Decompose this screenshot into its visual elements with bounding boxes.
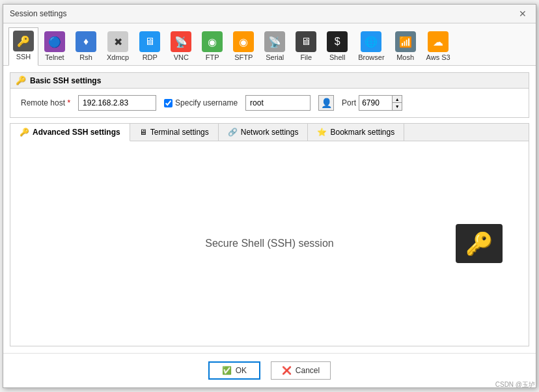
cancel-icon: ❌ bbox=[282, 366, 292, 375]
proto-label-mosh: Mosh bbox=[396, 53, 414, 61]
proto-label-vnc: VNC bbox=[174, 53, 189, 61]
proto-icon-serial: 📡 bbox=[264, 31, 285, 52]
tab-bookmark[interactable]: ⭐ Bookmark settings bbox=[308, 124, 404, 141]
proto-label-telnet: Telnet bbox=[45, 53, 64, 61]
proto-item-ssh[interactable]: 🔑 SSH bbox=[8, 27, 38, 66]
footer: ✅ OK ❌ Cancel bbox=[3, 353, 536, 387]
proto-icon-ftp: ◉ bbox=[202, 31, 223, 52]
proto-item-mosh[interactable]: 📶 Mosh bbox=[391, 28, 421, 65]
specify-username-checkbox[interactable] bbox=[164, 99, 173, 107]
tab-icon-bookmark: ⭐ bbox=[317, 128, 327, 137]
cancel-button[interactable]: ❌ Cancel bbox=[271, 361, 331, 380]
proto-icon-sftp: ◉ bbox=[233, 31, 254, 52]
person-icon: 👤 bbox=[321, 98, 332, 108]
proto-icon-file: 🖥 bbox=[296, 31, 316, 52]
port-spinner: ▲ ▼ bbox=[392, 96, 402, 110]
proto-label-serial: Serial bbox=[266, 53, 284, 61]
remote-host-input[interactable] bbox=[78, 95, 156, 111]
main-content: 🔑 Basic SSH settings Remote host * Speci… bbox=[3, 66, 536, 353]
tab-terminal[interactable]: 🖥 Terminal settings bbox=[130, 124, 219, 141]
proto-icon-telnet: 🔵 bbox=[44, 31, 65, 52]
protocol-toolbar: 🔑 SSH 🔵 Telnet ♦ Rsh ✖ Xdmcp 🖥 RDP 📡 VNC… bbox=[3, 23, 536, 66]
proto-icon-shell: $ bbox=[327, 31, 348, 52]
ok-icon: ✅ bbox=[222, 366, 232, 375]
proto-item-rsh[interactable]: ♦ Rsh bbox=[71, 28, 101, 65]
proto-icon-mosh: 📶 bbox=[395, 31, 416, 52]
remote-host-label: Remote host * bbox=[21, 98, 70, 107]
basic-ssh-header: 🔑 Basic SSH settings bbox=[10, 73, 529, 89]
proto-label-file: File bbox=[300, 53, 312, 61]
proto-label-shell: Shell bbox=[329, 53, 345, 61]
tab-label-bookmark: Bookmark settings bbox=[330, 128, 394, 137]
proto-label-xdmcp: Xdmcp bbox=[107, 53, 129, 61]
ssh-panel-icon: 🔑 bbox=[16, 76, 26, 85]
proto-item-sftp[interactable]: ◉ SFTP bbox=[228, 28, 258, 65]
proto-item-awss3[interactable]: ☁ Aws S3 bbox=[422, 28, 455, 65]
proto-item-vnc[interactable]: 📡 VNC bbox=[166, 28, 196, 65]
proto-icon-vnc: 📡 bbox=[171, 31, 191, 52]
tab-icon-terminal: 🖥 bbox=[139, 128, 147, 137]
proto-label-rsh: Rsh bbox=[79, 53, 92, 61]
proto-icon-rsh: ♦ bbox=[76, 31, 96, 52]
proto-item-xdmcp[interactable]: ✖ Xdmcp bbox=[102, 28, 133, 65]
window-title: Session settings bbox=[10, 9, 66, 18]
proto-item-ftp[interactable]: ◉ FTP bbox=[197, 28, 227, 65]
session-description: Secure Shell (SSH) session bbox=[205, 238, 333, 249]
tab-icon-advanced-ssh: 🔑 bbox=[20, 128, 29, 137]
port-label: Port bbox=[342, 98, 356, 107]
port-decrement-button[interactable]: ▼ bbox=[393, 103, 402, 110]
proto-label-browser: Browser bbox=[358, 53, 384, 61]
ok-button[interactable]: ✅ OK bbox=[208, 361, 260, 380]
cancel-label: Cancel bbox=[296, 366, 320, 375]
ok-label: OK bbox=[236, 366, 247, 375]
key-icon-box: 🔑 bbox=[456, 224, 503, 263]
port-increment-button[interactable]: ▲ bbox=[393, 96, 402, 103]
port-container: Port ▲ ▼ bbox=[342, 95, 402, 111]
tab-label-network: Network settings bbox=[241, 128, 299, 137]
basic-ssh-body: Remote host * Specify username 👤 Port bbox=[10, 89, 529, 117]
proto-label-ftp: FTP bbox=[206, 53, 219, 61]
person-icon-button[interactable]: 👤 bbox=[318, 95, 334, 111]
tab-label-terminal: Terminal settings bbox=[150, 128, 209, 137]
close-button[interactable]: ✕ bbox=[516, 8, 529, 19]
proto-item-file[interactable]: 🖥 File bbox=[291, 28, 321, 65]
tabs-header: 🔑 Advanced SSH settings 🖥 Terminal setti… bbox=[10, 124, 529, 141]
proto-label-rdp: RDP bbox=[143, 53, 158, 61]
port-input[interactable] bbox=[359, 96, 392, 110]
proto-item-serial[interactable]: 📡 Serial bbox=[260, 28, 290, 65]
proto-item-telnet[interactable]: 🔵 Telnet bbox=[40, 28, 70, 65]
proto-label-sftp: SFTP bbox=[234, 53, 253, 61]
proto-item-rdp[interactable]: 🖥 RDP bbox=[135, 28, 165, 65]
proto-icon-xdmcp: ✖ bbox=[107, 31, 128, 52]
proto-icon-awss3: ☁ bbox=[428, 31, 449, 52]
port-input-wrap: ▲ ▼ bbox=[359, 95, 402, 111]
tabs-section: 🔑 Advanced SSH settings 🖥 Terminal setti… bbox=[10, 123, 529, 346]
session-settings-window: Session settings ✕ 🔑 SSH 🔵 Telnet ♦ Rsh … bbox=[3, 4, 536, 388]
proto-icon-rdp: 🖥 bbox=[139, 31, 160, 52]
tab-content: Secure Shell (SSH) session 🔑 bbox=[10, 141, 529, 346]
tab-network[interactable]: 🔗 Network settings bbox=[219, 124, 309, 141]
username-input[interactable] bbox=[245, 95, 311, 111]
proto-item-browser[interactable]: 🌐 Browser bbox=[353, 28, 389, 65]
proto-icon-ssh: 🔑 bbox=[13, 31, 34, 51]
key-icon: 🔑 bbox=[465, 231, 493, 257]
tab-label-advanced-ssh: Advanced SSH settings bbox=[33, 128, 120, 137]
specify-username-label: Specify username bbox=[175, 98, 238, 107]
proto-label-awss3: Aws S3 bbox=[426, 53, 450, 61]
basic-ssh-panel: 🔑 Basic SSH settings Remote host * Speci… bbox=[10, 72, 529, 118]
tab-advanced-ssh[interactable]: 🔑 Advanced SSH settings bbox=[10, 124, 130, 141]
basic-ssh-title: Basic SSH settings bbox=[30, 76, 101, 85]
proto-icon-browser: 🌐 bbox=[361, 31, 381, 52]
specify-username-wrap: Specify username bbox=[164, 98, 238, 107]
watermark: CSDN @玉垆 bbox=[495, 380, 535, 389]
title-bar: Session settings ✕ bbox=[3, 5, 536, 23]
proto-label-ssh: SSH bbox=[16, 53, 31, 61]
tab-icon-network: 🔗 bbox=[228, 128, 238, 137]
proto-item-shell[interactable]: $ Shell bbox=[322, 28, 352, 65]
